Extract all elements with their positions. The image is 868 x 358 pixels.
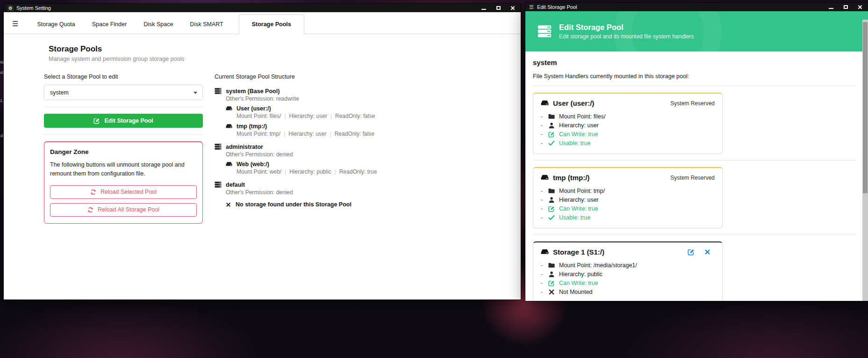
pool-name: administrator [226, 144, 263, 150]
edit-handler-icon[interactable] [688, 248, 695, 256]
select-pool-label: Select a Storage Pool to edit [44, 73, 203, 80]
pool-node: administratorOther's Permission: deniedW… [215, 143, 504, 175]
pool-permission: Other's Permission: readwrite [226, 95, 504, 102]
main-titlebar[interactable]: ⚙ System Setting ✕ [4, 4, 521, 12]
dash: - [541, 280, 548, 286]
pool-node: system (Base Pool)Other's Permission: re… [215, 88, 504, 137]
fs-item-text: Mount Point: files/ [559, 113, 605, 120]
edit-window-title: Edit Storage Pool [537, 4, 577, 10]
separator: | [335, 168, 336, 175]
fs-item: -Mount Point: tmp/ [541, 186, 715, 195]
fs-item: -Hierarchy: user [541, 121, 715, 130]
close-button[interactable]: ✕ [857, 4, 863, 10]
cross-icon [548, 289, 555, 295]
pool-name: default [226, 182, 245, 188]
chevron-down-icon [194, 92, 197, 94]
tab-space-finder[interactable]: Space Finder [91, 15, 128, 34]
pool-node: defaultOther's Permission: deniedNo stor… [215, 181, 504, 208]
pool-row: default [215, 181, 504, 188]
user-icon [548, 122, 555, 129]
pool-select[interactable]: system [44, 85, 203, 100]
server-icon [538, 24, 552, 38]
storage-details: Mount Point: files/|Hierarchy: user|Read… [237, 113, 504, 119]
hdd-icon [226, 105, 232, 112]
dash: - [541, 214, 548, 221]
fs-item: -Can Write: true [541, 278, 715, 287]
minimize-button[interactable] [481, 5, 487, 11]
separator: | [330, 113, 332, 119]
divider [44, 134, 203, 135]
edit-header-subtitle: Edit storage pool and its mounted file s… [559, 33, 694, 40]
fs-handler-card: tmp (tmp:/)System Reserved-Mount Point: … [533, 167, 723, 228]
folder-icon [548, 188, 555, 194]
fs-card-title: Storage 1 (S1:/) [553, 248, 604, 256]
tab-disk-smart[interactable]: Disk SMART [188, 15, 224, 34]
separator: | [330, 131, 331, 137]
danger-zone-card: Danger Zone The following buttons will u… [44, 141, 203, 224]
fs-card-header: User (user:/)System Reserved [541, 99, 715, 107]
main-window-title: System Setting [16, 5, 51, 11]
system-setting-window: ⚙ System Setting ✕ ☰ Storage QuotaSpace … [4, 4, 521, 300]
storage-detail: Mount Point: tmp/ [237, 131, 280, 137]
tab-storage-pools[interactable]: Storage Pools [239, 15, 304, 34]
storage-node: User (user:/)Mount Point: files/|Hierarc… [226, 105, 504, 119]
danger-zone-description: The following buttons will unmount stora… [50, 161, 197, 179]
storage-name: Web (web:/) [237, 161, 269, 168]
pool-permission: Other's Permission: denied [226, 151, 504, 158]
scrollbar-thumb[interactable] [863, 22, 868, 193]
fs-item-text: Hierarchy: user [559, 122, 599, 129]
storage-name: tmp (tmp:/) [237, 123, 267, 130]
fs-item: -Not Mounted [541, 287, 715, 296]
tab-disk-space[interactable]: Disk Space [142, 15, 174, 34]
system-reserved-badge: System Reserved [670, 100, 715, 107]
edit-header: Edit Storage Pool Edit storage pool and … [525, 11, 868, 51]
hdd-icon [541, 248, 549, 256]
divider [44, 107, 203, 107]
maximize-button[interactable] [843, 4, 848, 10]
fs-card-list: User (user:/)System Reserved-Mount Point… [533, 93, 857, 301]
fs-item-text: Usable: true [559, 214, 590, 221]
fs-handler-card: Storage 1 (S1:/)-Mount Point: /media/sto… [533, 241, 723, 301]
close-button[interactable]: ✕ [510, 5, 516, 11]
storage-row: User (user:/) [226, 105, 504, 112]
desktop-icon-label-fragment: 1. [0, 98, 4, 103]
fs-item-text: Can Write: true [559, 131, 598, 138]
fs-item: -Usable: true [541, 213, 715, 222]
maximize-button[interactable] [495, 5, 501, 11]
minimize-button[interactable] [828, 4, 834, 10]
dash: - [541, 140, 548, 146]
fs-item: -Can Write: true [541, 204, 715, 213]
reload-all-pool-button[interactable]: Reload All Storage Pool [50, 203, 197, 217]
edit-titlebar[interactable]: ☰ Edit Storage Pool ✕ [525, 3, 868, 11]
folder-icon [548, 113, 555, 120]
scrollbar-track[interactable] [862, 20, 868, 301]
fs-item-text: Can Write: true [559, 205, 598, 212]
pool-select-value: system [50, 89, 69, 96]
reload-selected-pool-button[interactable]: Reload Selected Pool [50, 185, 197, 199]
dash: - [541, 113, 548, 120]
tab-storage-quota[interactable]: Storage Quota [36, 15, 76, 34]
menu-icon[interactable]: ☰ [12, 20, 18, 28]
fs-handler-card: User (user:/)System Reserved-Mount Point… [533, 93, 723, 154]
pool-row: system (Base Pool) [215, 88, 504, 95]
edit-icon [548, 131, 555, 138]
folder-icon [548, 262, 555, 269]
fs-item-list: -Mount Point: /media/storage1/-Hierarchy… [541, 261, 715, 296]
fs-item-text: Not Mounted [559, 289, 593, 295]
server-icon [215, 88, 222, 95]
remove-handler-icon[interactable] [704, 249, 710, 255]
storage-detail: Mount Point: web/ [237, 168, 281, 175]
storage-name: User (user:/) [237, 105, 271, 112]
storage-detail: Mount Point: files/ [237, 113, 281, 119]
fs-item: -Hierarchy: user [541, 195, 715, 204]
storage-detail: ReadOnly: false [335, 113, 375, 119]
edit-storage-pool-button[interactable]: Edit Storage Pool [44, 114, 203, 128]
fs-item: -Hierarchy: public [541, 270, 715, 278]
storage-detail: Hierarchy: user [289, 113, 327, 119]
pool-empty-text: No storage found under this Storage Pool [236, 201, 352, 208]
dash: - [541, 197, 548, 203]
list-icon: ☰ [529, 4, 534, 10]
divider [533, 86, 857, 86]
pool-empty-notice: No storage found under this Storage Pool [226, 201, 504, 208]
hdd-icon [541, 99, 549, 107]
